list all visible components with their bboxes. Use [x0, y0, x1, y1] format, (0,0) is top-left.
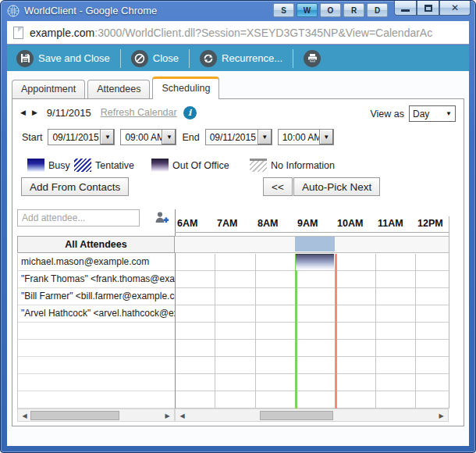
- attendee-row: "Arvel Hathcock" <arvel.hathcock@example…: [18, 305, 175, 323]
- empty-attendee-row: [18, 340, 175, 357]
- attendee-row: michael.mason@example.com: [18, 254, 175, 271]
- attendee-row: "Frank Thomas" <frank.thomas@example.com…: [18, 271, 175, 288]
- scroll-left-icon[interactable]: ◀: [20, 411, 30, 421]
- tab-strip: Appointment Attendees Scheduling: [12, 77, 469, 98]
- empty-attendee-row: [18, 357, 175, 374]
- save-and-close-label: Save and Close: [38, 52, 110, 64]
- selection-start-line: [295, 254, 297, 408]
- empty-attendee-row: [18, 391, 175, 408]
- add-person-icon[interactable]: [154, 210, 169, 226]
- add-attendee-input[interactable]: [17, 209, 140, 226]
- recurrence-icon: [200, 50, 217, 67]
- all-attendees-cell: All Attendees: [17, 236, 175, 253]
- hour-label: 7AM: [217, 218, 237, 229]
- hour-label: 9AM: [297, 218, 318, 229]
- page-client-area: Save and Close Close Recurrence...: [7, 45, 469, 446]
- save-icon: [16, 50, 34, 67]
- scheduling-panel: ◀ ▶ 9/11/2015 Refresh Calendar i View as…: [12, 98, 464, 426]
- minimize-button[interactable]: [394, 1, 417, 16]
- print-icon: [304, 50, 321, 67]
- tab-scheduling[interactable]: Scheduling: [152, 77, 219, 99]
- hour-label: 10AM: [337, 218, 363, 229]
- worldclient-globe-icon: [7, 5, 20, 17]
- tag-button-d[interactable]: D: [367, 3, 388, 17]
- grid-rows: [175, 254, 449, 408]
- grid-scrollbar[interactable]: ◀ ▶: [175, 408, 449, 422]
- hour-gridline: [415, 254, 416, 408]
- url-text[interactable]: example.com:3000/WorldClient.dll?Session…: [30, 27, 432, 39]
- hour-label: 6AM: [177, 218, 197, 229]
- scroll-right-icon[interactable]: ▶: [436, 411, 446, 421]
- url-host: example.com: [30, 27, 94, 39]
- save-and-close-button[interactable]: Save and Close: [16, 50, 110, 67]
- toolbar: Save and Close Close Recurrence...: [7, 45, 469, 71]
- toolbar-separator: [189, 49, 190, 68]
- caption-buttons: ✕: [394, 1, 471, 16]
- recurrence-button[interactable]: Recurrence...: [200, 50, 282, 67]
- tag-button-s[interactable]: S: [273, 3, 294, 17]
- window-title: WorldClient - Google Chrome: [24, 5, 157, 16]
- close-icon: ✕: [451, 2, 459, 13]
- hour-gridline: [255, 254, 256, 408]
- scheduler-grid: All Attendees michael.mason@example.com"…: [12, 99, 464, 426]
- all-attendees-busy-block: [295, 237, 335, 251]
- close-window-button[interactable]: ✕: [439, 1, 471, 16]
- title-bar: WorldClient - Google Chrome S W O R D ✕: [1, 1, 475, 20]
- tag-button-o[interactable]: O: [320, 3, 341, 17]
- scrollbar-thumb[interactable]: [30, 411, 119, 420]
- grid-row: [175, 271, 449, 288]
- page-icon: [13, 27, 23, 39]
- recurrence-label: Recurrence...: [222, 52, 282, 64]
- tab-attendees[interactable]: Attendees: [87, 80, 150, 98]
- empty-attendee-row: [18, 323, 175, 340]
- url-path: :3000/WorldClient.dll?Session=XSEYD3GT34…: [94, 27, 432, 39]
- grid-row: [175, 374, 449, 391]
- tab-appointment[interactable]: Appointment: [12, 80, 85, 98]
- scroll-right-icon[interactable]: ▶: [162, 411, 172, 421]
- toolbar-separator: [293, 49, 293, 68]
- hour-label: 12PM: [417, 218, 443, 229]
- hour-label: 11AM: [378, 218, 403, 229]
- close-button[interactable]: Close: [131, 50, 179, 67]
- grid-row: [175, 305, 449, 323]
- hour-gridline: [215, 254, 215, 408]
- hour-gridline: [375, 254, 376, 408]
- cancel-icon: [131, 50, 148, 67]
- attendee-list-scrollbar[interactable]: ◀ ▶: [17, 408, 175, 422]
- empty-attendee-row: [18, 374, 175, 391]
- minimize-icon: [401, 9, 410, 12]
- scrollbar-thumb[interactable]: [260, 411, 333, 420]
- busy-block: [296, 254, 334, 270]
- attendee-row: "Bill Farmer" <bill.farmer@example.com>: [18, 288, 175, 305]
- appointment-editor: Appointment Attendees Scheduling ◀ ▶ 9/1…: [7, 71, 469, 446]
- grid-row: [175, 323, 449, 340]
- browser-window: WorldClient - Google Chrome S W O R D ✕ …: [0, 0, 476, 453]
- tag-button-r[interactable]: R: [343, 3, 364, 17]
- close-label: Close: [153, 52, 179, 64]
- print-button[interactable]: [304, 50, 321, 67]
- grid-row: [175, 340, 449, 357]
- hour-header-underline: [175, 232, 449, 233]
- attendee-list: michael.mason@example.com"Frank Thomas" …: [17, 254, 175, 408]
- scroll-left-icon[interactable]: ◀: [177, 411, 187, 421]
- maximize-icon: [424, 5, 432, 12]
- selection-end-line: [335, 254, 337, 408]
- grid-row: [175, 357, 449, 374]
- tag-button-w[interactable]: W: [297, 3, 318, 17]
- grid-right-border: [449, 216, 449, 408]
- tag-buttons: S W O R D: [273, 3, 388, 17]
- toolbar-separator: [120, 49, 121, 68]
- grid-row: [175, 391, 449, 408]
- address-bar[interactable]: example.com:3000/WorldClient.dll?Session…: [7, 21, 469, 45]
- hour-label: 8AM: [258, 218, 278, 229]
- maximize-button[interactable]: [417, 1, 439, 16]
- grid-row: [175, 288, 449, 305]
